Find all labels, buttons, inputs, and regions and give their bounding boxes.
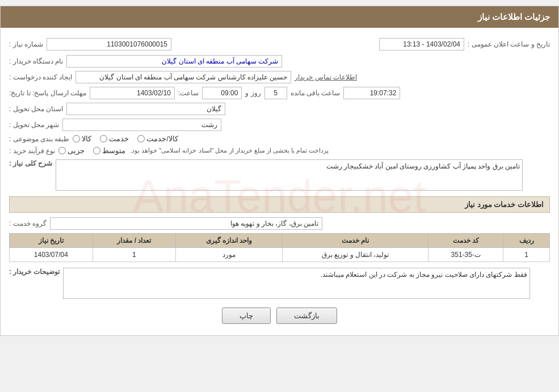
mohlat-saat: 09:00: [202, 87, 242, 99]
shahr-label: شهر محل تحویل :: [9, 121, 59, 129]
section-khadamat: اطلاعات خدمات مورد نیاز: [9, 196, 550, 213]
goroh-label: گروه خدمت :: [9, 220, 47, 227]
col-radif: ردیف: [503, 234, 550, 248]
col-tarikh: تاریخ نیاز: [10, 234, 93, 248]
mohlat-mande-label: ساعت باقی مانده: [291, 89, 341, 97]
noe-text: پرداخت تمام یا بخشی از مبلغ خریدار از مح…: [130, 147, 329, 154]
tarikh-label: تاریخ و ساعت اعلان عمومی :: [468, 40, 550, 48]
col-kod: کد خدمت: [428, 234, 503, 248]
noe-farayand-label: نوع فرآیند خرید :: [9, 147, 55, 155]
mohlat-mande-value: 19:07:32: [343, 87, 400, 99]
ostan-label: استان محل تحویل :: [9, 105, 63, 113]
page-title: جزئیات اطلاعات نیاز: [1, 6, 558, 28]
print-button[interactable]: چاپ: [222, 307, 271, 324]
shomara-label: شماره نیاز :: [9, 40, 43, 48]
radio-khedmat[interactable]: خدمت: [100, 134, 129, 143]
ijad-label: ایجاد کننده درخواست :: [9, 73, 72, 81]
tabaqe-label: طبقه بندی موضوعی :: [9, 135, 69, 143]
radio-jozyi[interactable]: جزیی: [58, 146, 85, 155]
table-row: 1ت-35-351تولید، انتقال و توزیع برقمورد11…: [10, 248, 550, 262]
shahr-value: رشت: [62, 119, 221, 131]
tosihaat-value: فقط شرکتهای دارای صلاحیت نیرو مجاز به شر…: [63, 268, 530, 299]
ijad-value: حسین علیزاده کارشناس شرکت سهامی آب منطقه…: [75, 71, 291, 83]
col-nam: نام خدمت: [282, 234, 428, 248]
radio-motovaset[interactable]: متوسط: [93, 146, 125, 155]
radio-kala[interactable]: کالا: [73, 134, 91, 143]
mohlat-date: 1403/02/10: [90, 87, 175, 99]
col-tedad: تعداد / مقدار: [93, 234, 175, 248]
mohlat-rooz-label: روز و: [245, 89, 260, 97]
dastgah-label: نام دستگاه خریدار :: [9, 57, 63, 65]
mohlat-label: مهلت ارسال پاسخ: تا تاریخ:: [9, 89, 86, 97]
mohlat-rooz: 5: [264, 87, 287, 99]
ostan-value: گیلان: [66, 103, 225, 115]
tarikh-value: 1403/02/04 - 13:13: [379, 38, 464, 50]
radio-kala-khedmat[interactable]: کالا/خدمت: [137, 134, 178, 143]
ettelaat-link[interactable]: اطلاعات تماس خریدار: [295, 73, 357, 81]
tosihaat-label: توضیحات خریدار :: [9, 268, 60, 276]
dastgah-value: شرکت سهامی آب منطقه ای استان گیلان: [66, 55, 282, 68]
khadamat-table: ردیف کد خدمت نام خدمت واحد اندازه گیری ت…: [9, 233, 550, 262]
goroh-value: تامین برق، گاز، بخار و تهویه هوا: [50, 217, 322, 230]
back-button[interactable]: بازگشت: [276, 307, 337, 324]
col-vahed: واحد اندازه گیری: [176, 234, 283, 248]
button-row: بازگشت چاپ: [9, 307, 550, 324]
mohlat-saat-label: ساعت:: [178, 89, 199, 97]
sharh-value: تامین برق واحد پمپاژ آب کشاورزی روستای ا…: [56, 159, 523, 191]
shomara-value: 1103001076000015: [47, 38, 171, 50]
sharh-label: شرح کلی نیاز :: [9, 159, 52, 167]
